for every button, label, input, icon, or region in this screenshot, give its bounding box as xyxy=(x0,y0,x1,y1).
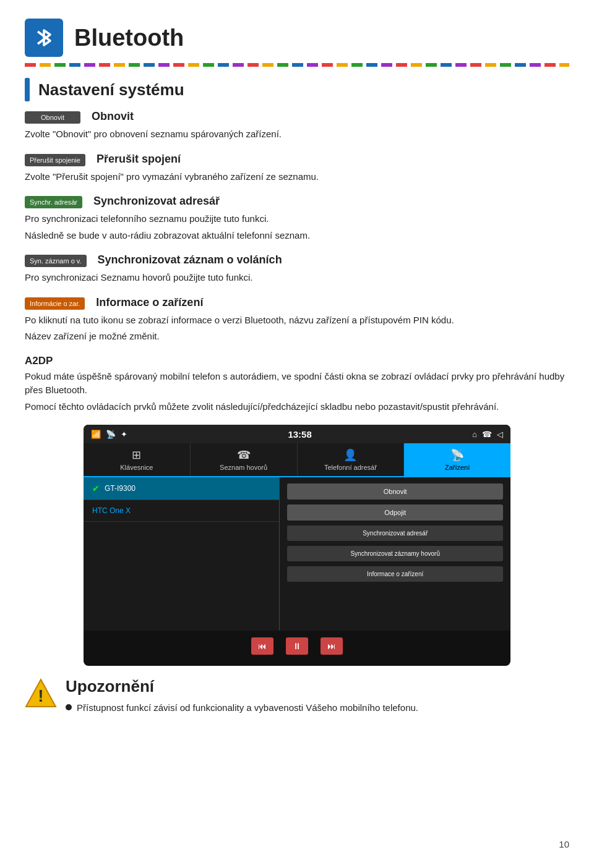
prerusit-heading: Přerušit spojení xyxy=(97,153,181,166)
synchr-button[interactable]: Synchr. adresár xyxy=(25,196,82,208)
item-prerusit: Přerušit spojenie Přerušit spojení Zvolt… xyxy=(25,153,569,184)
back-icon: ◁ xyxy=(497,430,503,439)
device-gt-i9300[interactable]: ✔ GT-I9300 xyxy=(84,477,279,500)
page-number: 10 xyxy=(559,839,569,849)
tab-klavesnice-icon: ⊞ xyxy=(132,448,141,462)
section-heading: Nastavení systému xyxy=(25,78,569,101)
device-name-1: GT-I9300 xyxy=(105,484,136,493)
screenshot-main: ✔ GT-I9300 HTC One X Obnovit Odpojit Syn… xyxy=(84,477,510,631)
syn-zaznam-button[interactable]: Syn. záznam o v. xyxy=(25,255,87,267)
informace-heading: Informace o zařízení xyxy=(96,296,203,309)
bluetooth-status-icon: ✦ xyxy=(121,430,127,439)
svg-text:!: ! xyxy=(38,686,43,705)
informace-text2: Název zařízení je možné změnit. xyxy=(25,330,569,344)
informace-text: Po kliknutí na tuto ikonu se zobrazí inf… xyxy=(25,313,569,328)
warning-bullet-row: Přístupnost funkcí závisí od funkcionali… xyxy=(66,701,418,715)
phone-icon: ☎ xyxy=(482,430,492,439)
warning-section: ! Upozornění Přístupnost funkcí závisí o… xyxy=(25,677,569,715)
item-synchr-adresr: Synchr. adresár Synchronizovat adresář P… xyxy=(25,195,569,242)
right-panel: Obnovit Odpojit Synchronizovat adresář S… xyxy=(280,477,510,631)
section-bar xyxy=(25,78,30,101)
informace-button[interactable]: Informácie o zar. xyxy=(25,297,85,310)
tab-zarizeni-label: Zařízení xyxy=(445,464,470,471)
home-icon: ⌂ xyxy=(472,430,477,439)
obnovit-button[interactable]: Obnovit xyxy=(25,111,80,124)
section-title: Nastavení systému xyxy=(38,80,184,100)
obnovit-heading: Obnovit xyxy=(92,110,134,123)
warning-icon: ! xyxy=(25,677,57,709)
tab-adresar-icon: 👤 xyxy=(343,448,357,462)
warning-content: Upozornění Přístupnost funkcí závisí od … xyxy=(66,677,418,715)
signal-icon: 📡 xyxy=(106,430,116,439)
bullet-dot xyxy=(66,704,72,710)
synchr-heading: Synchronizovat adresář xyxy=(93,195,220,208)
bluetooth-icon xyxy=(32,25,56,50)
tab-klavesnice[interactable]: ⊞ Klávesnice xyxy=(84,443,191,476)
tab-telefonni-adresar[interactable]: 👤 Telefonní adresář xyxy=(298,443,405,476)
device-name-2: HTC One X xyxy=(92,506,131,515)
a2dp-text2: Pomocí těchto ovládacích prvků můžete zv… xyxy=(25,400,569,414)
panel-informace[interactable]: Informace o zařízení xyxy=(287,566,503,582)
prerusit-button[interactable]: Přerušit spojenie xyxy=(25,154,85,166)
warning-text: Přístupnost funkcí závisí od funkcionali… xyxy=(77,701,418,715)
device-list: ✔ GT-I9300 HTC One X xyxy=(84,477,280,631)
syn-zaznam-text: Pro synchronizaci Seznamu hovorů použijt… xyxy=(25,271,569,285)
wifi-icon: 📶 xyxy=(91,430,101,439)
device-htc-one-x[interactable]: HTC One X xyxy=(84,500,279,522)
synchr-text: Pro synchronizaci telefonního seznamu po… xyxy=(25,212,569,226)
panel-sync-adresar[interactable]: Synchronizovat adresář xyxy=(287,525,503,541)
panel-odpojit[interactable]: Odpojit xyxy=(287,504,503,521)
tab-klavesnice-label: Klávesnice xyxy=(120,464,153,471)
a2dp-section: A2DP Pokud máte úspěšně spárovaný mobiln… xyxy=(25,355,569,414)
prev-track-button[interactable]: ⏮ xyxy=(251,637,273,655)
next-track-button[interactable]: ⏭ xyxy=(321,637,343,655)
page-title: Bluetooth xyxy=(74,25,184,51)
decorative-line xyxy=(25,63,569,67)
obnovit-text: Zvolte "Obnovit" pro obnovení seznamu sp… xyxy=(25,127,569,142)
a2dp-text1: Pokud máte úspěšně spárovaný mobilní tel… xyxy=(25,370,569,398)
syn-zaznam-heading: Synchronizovat záznam o voláních xyxy=(98,253,282,266)
bluetooth-icon-box xyxy=(25,19,63,57)
nav-tabs: ⊞ Klávesnice ☎ Seznam hovorů 👤 Telefonní… xyxy=(84,443,510,477)
page-header: Bluetooth xyxy=(25,19,569,57)
tab-zarizeni-icon: 📡 xyxy=(450,448,464,462)
tab-zarizeni[interactable]: 📡 Zařízení xyxy=(404,443,510,476)
play-pause-button[interactable]: ⏸ xyxy=(286,637,308,655)
item-syn-zaznam: Syn. záznam o v. Synchronizovat záznam o… xyxy=(25,253,569,285)
a2dp-heading: A2DP xyxy=(25,355,569,367)
synchr-text2: Následně se bude v auto-rádiu zobrazovat… xyxy=(25,229,569,243)
panel-obnovit[interactable]: Obnovit xyxy=(287,483,503,500)
warning-title: Upozornění xyxy=(66,677,418,696)
tab-adresar-label: Telefonní adresář xyxy=(324,464,377,471)
tab-seznam-label: Seznam hovorů xyxy=(220,464,267,471)
item-obnovit: Obnovit Obnovit Zvolte "Obnovit" pro obn… xyxy=(25,110,569,142)
status-bar-right: ⌂ ☎ ◁ xyxy=(472,430,503,439)
status-bar: 📶 📡 ✦ 13:58 ⌂ ☎ ◁ xyxy=(84,425,510,443)
tab-seznam-hovoru[interactable]: ☎ Seznam hovorů xyxy=(191,443,298,476)
check-icon: ✔ xyxy=(92,483,100,493)
tab-seznam-icon: ☎ xyxy=(237,448,251,462)
status-bar-left: 📶 📡 ✦ xyxy=(91,430,127,439)
item-informace: Informácie o zar. Informace o zařízení P… xyxy=(25,296,569,344)
status-time: 13:58 xyxy=(288,429,311,440)
device-screenshot: 📶 📡 ✦ 13:58 ⌂ ☎ ◁ ⊞ Klávesnice ☎ Seznam … xyxy=(84,425,510,666)
prerusit-text: Zvolte "Přerušit spojení" pro vymazání v… xyxy=(25,170,569,184)
media-controls: ⏮ ⏸ ⏭ xyxy=(84,631,510,662)
panel-sync-zaznamy[interactable]: Synchronizovat záznamy hovorů xyxy=(287,546,503,561)
